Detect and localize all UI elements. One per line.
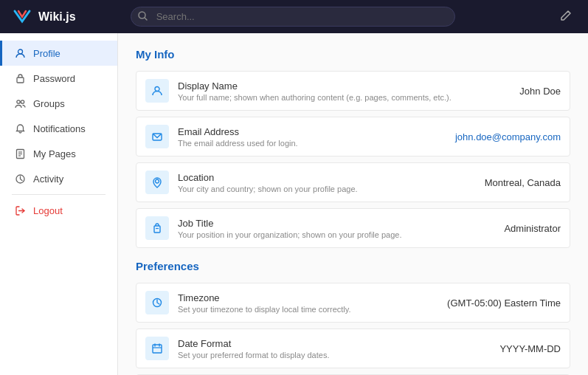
sidebar-item-my-pages[interactable]: My Pages	[0, 141, 117, 166]
activity-icon	[14, 173, 26, 185]
search-container	[131, 7, 455, 27]
timezone-value: (GMT-05:00) Eastern Time	[447, 297, 561, 309]
timezone-label: Timezone	[178, 292, 438, 303]
sidebar-logout-label: Logout	[33, 205, 63, 216]
location-value: Montreal, Canada	[485, 177, 561, 188]
job-title-icon	[145, 216, 169, 240]
svg-point-2	[18, 49, 22, 54]
my-info-title: My Info	[136, 48, 570, 61]
sidebar-divider	[12, 194, 106, 195]
date-format-row[interactable]: Date Format Set your preferred format to…	[136, 328, 570, 368]
groups-icon	[14, 97, 26, 109]
navbar-actions	[556, 7, 576, 27]
password-icon	[14, 72, 26, 84]
date-format-text: Date Format Set your preferred format to…	[178, 338, 491, 359]
svg-rect-3	[17, 78, 24, 83]
email-value: john.doe@company.com	[455, 131, 561, 142]
svg-rect-18	[153, 345, 162, 353]
sidebar-activity-label: Activity	[33, 173, 63, 185]
display-name-icon	[145, 79, 169, 103]
search-input[interactable]	[131, 7, 455, 27]
job-title-row[interactable]: Job Title Your position in your organiza…	[136, 208, 570, 248]
location-desc: Your city and country; shown on your pro…	[178, 185, 476, 193]
sidebar-my-pages-label: My Pages	[33, 148, 76, 159]
email-icon	[145, 125, 169, 148]
sidebar-item-notifications[interactable]: Notifications	[0, 116, 117, 141]
svg-point-4	[16, 100, 19, 103]
location-text: Location Your city and country; shown on…	[178, 172, 476, 193]
email-row[interactable]: Email Address The email address used for…	[136, 117, 570, 156]
display-name-desc: Your full name; shown when authoring con…	[178, 93, 493, 102]
date-format-icon	[145, 337, 169, 360]
display-name-row[interactable]: Display Name Your full name; shown when …	[136, 71, 570, 111]
svg-point-5	[21, 100, 24, 103]
email-label: Email Address	[178, 126, 446, 137]
timezone-text: Timezone Set your timezone to display lo…	[178, 292, 438, 314]
sidebar-groups-label: Groups	[33, 98, 65, 109]
job-title-value: Administrator	[502, 223, 561, 234]
my-pages-icon	[14, 148, 26, 159]
app-logo[interactable]: Wiki.js	[12, 7, 76, 27]
main-layout: Profile Password Groups	[0, 33, 588, 375]
preferences-section: Preferences Timezone Set your timezone t…	[136, 260, 570, 375]
location-label: Location	[178, 172, 476, 183]
date-format-label: Date Format	[178, 338, 491, 349]
svg-rect-15	[154, 226, 160, 233]
job-title-desc: Your position in your organization; show…	[178, 230, 493, 239]
search-icon	[138, 10, 148, 24]
edit-button[interactable]	[556, 7, 576, 27]
preferences-title: Preferences	[136, 260, 570, 272]
profile-icon	[14, 47, 26, 59]
job-title-label: Job Title	[178, 218, 493, 229]
timezone-icon	[145, 291, 169, 314]
sidebar-password-label: Password	[33, 73, 75, 84]
app-title: Wiki.js	[38, 10, 76, 24]
sidebar-profile-label: Profile	[33, 48, 60, 59]
timezone-desc: Set your timezone to display local time …	[178, 305, 438, 314]
job-title-text: Job Title Your position in your organiza…	[178, 218, 493, 239]
display-name-label: Display Name	[178, 80, 493, 92]
my-info-section: My Info Display Name Your full name; sho…	[136, 48, 570, 248]
location-row[interactable]: Location Your city and country; shown on…	[136, 162, 570, 202]
navbar: Wiki.js	[0, 0, 588, 33]
sidebar-item-profile[interactable]: Profile	[0, 41, 117, 66]
sidebar-item-activity[interactable]: Activity	[0, 166, 117, 191]
email-text: Email Address The email address used for…	[178, 126, 446, 148]
date-format-desc: Set your preferred format to display dat…	[178, 351, 491, 359]
email-desc: The email address used for login.	[178, 139, 446, 148]
display-name-value: John Doe	[502, 86, 561, 97]
notifications-icon	[14, 123, 26, 134]
location-icon	[145, 171, 169, 194]
logo-icon	[12, 7, 32, 27]
date-format-value: YYYY-MM-DD	[499, 343, 561, 354]
sidebar-item-groups[interactable]: Groups	[0, 91, 117, 116]
content-area: My Info Display Name Your full name; sho…	[118, 33, 588, 375]
display-name-text: Display Name Your full name; shown when …	[178, 80, 493, 102]
svg-line-1	[145, 18, 147, 20]
svg-point-12	[155, 87, 159, 92]
sidebar-item-logout[interactable]: Logout	[0, 198, 117, 223]
timezone-row[interactable]: Timezone Set your timezone to display lo…	[136, 283, 570, 323]
sidebar-item-password[interactable]: Password	[0, 66, 117, 91]
sidebar-notifications-label: Notifications	[33, 123, 86, 134]
sidebar: Profile Password Groups	[0, 33, 118, 375]
logout-icon	[14, 204, 26, 216]
svg-point-14	[156, 179, 159, 183]
